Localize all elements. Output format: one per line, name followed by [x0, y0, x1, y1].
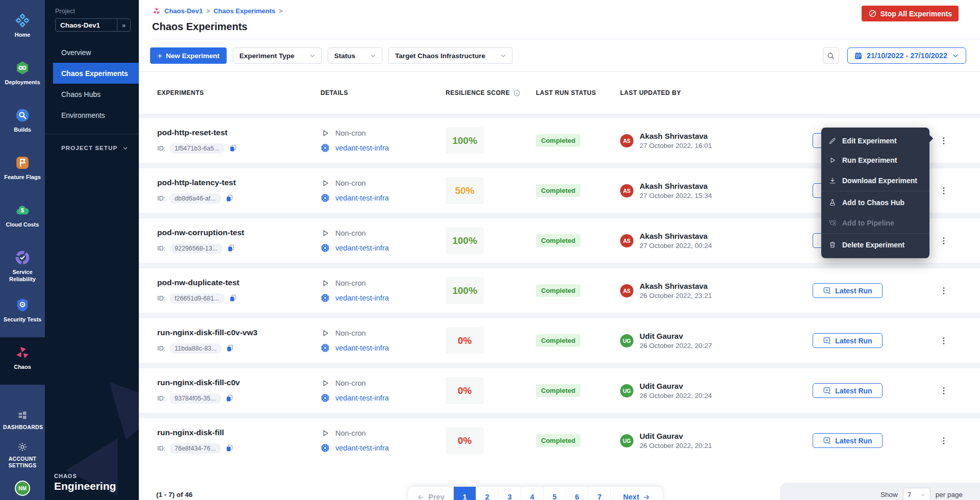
status-cell: Completed — [536, 384, 620, 397]
page-button[interactable]: 1 — [453, 487, 476, 500]
play-outline-icon — [321, 179, 330, 188]
page-button[interactable]: 7 — [588, 487, 610, 500]
breadcrumb-experiments-link[interactable]: Chaos Experiments — [213, 7, 275, 15]
user-name: Udit Gaurav — [640, 432, 712, 440]
rail-item[interactable]: Builds — [0, 100, 45, 147]
sidebar-nav-item[interactable]: Chaos Experiments — [53, 63, 139, 84]
rail-item[interactable]: $ Cloud Costs — [0, 195, 45, 242]
menu-item[interactable]: Download Experiment — [821, 170, 929, 191]
latest-run-button[interactable]: Latest Run — [813, 283, 883, 298]
infrastructure-link[interactable]: vedant-test-infra — [335, 444, 389, 452]
infrastructure-link[interactable]: vedant-test-infra — [335, 344, 389, 352]
latest-run-button[interactable]: Latest Run — [813, 433, 883, 448]
experiment-name[interactable]: run-nginx-disk-fill-c0v — [157, 378, 321, 387]
rail-item[interactable]: Home — [0, 5, 45, 53]
breadcrumb-project-link[interactable]: Chaos-Dev1 — [164, 7, 203, 15]
header-divider — [152, 39, 980, 39]
infrastructure-link[interactable]: vedant-test-infra — [335, 244, 389, 252]
filter-dropdown[interactable]: Status — [328, 47, 382, 64]
row-menu-button[interactable] — [937, 434, 950, 447]
avatar: UG — [620, 384, 633, 397]
row-menu-button[interactable] — [937, 334, 950, 347]
plus-icon: + — [157, 52, 162, 60]
sidebar-nav-item[interactable]: Chaos Hubs — [45, 84, 139, 105]
details-cell: Non-cron vedant-test-infra — [321, 329, 446, 353]
row-menu-button[interactable] — [937, 234, 950, 247]
info-icon[interactable] — [513, 89, 521, 97]
menu-item[interactable]: Edit Experiment — [821, 131, 929, 151]
rail-item[interactable]: Feature Flags — [0, 147, 45, 195]
page-button[interactable]: 6 — [566, 487, 588, 500]
experiment-cell: pod-nw-corruption-test ID: 92296568-13..… — [157, 228, 321, 254]
experiment-name[interactable]: run-nginx-disk-fill — [157, 428, 321, 437]
date-range-picker[interactable]: 21/10/2022 - 27/10/2022 — [847, 47, 966, 64]
rail-bottom-item[interactable]: ACCOUNT SETTINGS — [0, 435, 45, 473]
avatar: UG — [620, 434, 633, 447]
rail-bottom-item[interactable]: DASHBOARDS — [0, 404, 45, 435]
chevron-down-icon — [370, 52, 377, 59]
page-button[interactable]: 4 — [521, 487, 543, 500]
latest-run-button[interactable]: Latest Run — [813, 383, 883, 398]
rail-item[interactable]: Deployments — [0, 53, 45, 100]
experiment-name[interactable]: pod-http-latency-test — [157, 178, 321, 187]
brand: CHAOS Engineering — [54, 473, 116, 492]
copy-icon[interactable] — [229, 294, 237, 303]
infrastructure-link[interactable]: vedant-test-infra — [335, 194, 389, 202]
menu-item[interactable]: Run Experiment — [821, 151, 929, 170]
run-preview-icon — [823, 336, 831, 345]
pencil-icon — [828, 137, 837, 145]
sidebar-nav-item[interactable]: Environments — [45, 105, 139, 126]
rail-item[interactable]: Security Tests — [0, 290, 45, 337]
menu-item[interactable]: Add to Chaos Hub — [821, 193, 929, 212]
search-button[interactable] — [823, 47, 839, 64]
page-button[interactable]: 5 — [543, 487, 566, 500]
filter-dropdown[interactable]: Target Chaos Infrastructure — [388, 47, 512, 64]
experiment-id: 11bda88c-83... — [169, 343, 222, 354]
copy-icon[interactable] — [229, 144, 237, 153]
updated-by-cell: UG Udit Gaurav 26 October 2022, 20:21 — [620, 432, 813, 449]
row-menu-button[interactable] — [937, 184, 950, 197]
run-preview-icon — [823, 286, 831, 295]
project-selector[interactable]: Chaos-Dev1 » — [55, 18, 131, 32]
experiment-name[interactable]: pod-nw-duplicate-test — [157, 278, 321, 287]
user-avatar[interactable]: NM — [15, 481, 30, 496]
copy-icon[interactable] — [225, 194, 234, 203]
row-menu-button[interactable] — [937, 134, 950, 147]
prev-page-button[interactable]: Prev — [408, 487, 453, 500]
experiment-name[interactable]: run-nginx-disk-fill-c0v-vw3 — [157, 328, 321, 337]
row-menu-button[interactable] — [937, 284, 950, 297]
resilience-score: 0% — [446, 377, 484, 404]
infrastructure-link[interactable]: vedant-test-infra — [335, 144, 389, 152]
sidebar-nav-item[interactable]: Overview — [45, 42, 139, 63]
experiment-name[interactable]: pod-http-reset-test — [157, 128, 321, 137]
copy-icon[interactable] — [225, 394, 234, 403]
menu-item[interactable]: Delete Experiment — [821, 235, 929, 255]
action-cell: Latest Run — [813, 333, 937, 348]
stop-all-experiments-button[interactable]: Stop All Experiments — [862, 6, 959, 21]
new-experiment-button[interactable]: + New Experiment — [150, 47, 227, 64]
page-size-select[interactable]: 7 — [903, 488, 930, 500]
experiment-id-row: ID: 92296568-13... — [157, 243, 321, 254]
page-button[interactable]: 2 — [476, 487, 498, 500]
next-page-button[interactable]: Next — [610, 487, 663, 500]
page-title: Chaos Experiments — [152, 21, 980, 33]
project-setup-toggle[interactable]: PROJECT SETUP — [45, 140, 139, 156]
page-button[interactable]: 3 — [498, 487, 521, 500]
infrastructure-link[interactable]: vedant-test-infra — [335, 394, 389, 402]
project-expand-icon[interactable]: » — [117, 19, 130, 31]
download-icon — [828, 177, 837, 185]
rail-item[interactable]: Service Reliability — [0, 242, 45, 290]
copy-icon[interactable] — [225, 444, 234, 453]
infrastructure-link[interactable]: vedant-test-infra — [335, 294, 389, 302]
row-menu-button[interactable] — [937, 384, 950, 397]
experiment-name[interactable]: pod-nw-corruption-test — [157, 228, 321, 237]
copy-icon[interactable] — [226, 344, 234, 353]
rail-item[interactable]: Chaos — [0, 337, 45, 385]
latest-run-button[interactable]: Latest Run — [813, 333, 883, 348]
toolbar: + New Experiment Experiment Type Status … — [139, 39, 980, 64]
filter-dropdown[interactable]: Experiment Type — [233, 47, 322, 64]
kebab-icon — [939, 436, 949, 446]
copy-icon[interactable] — [227, 244, 235, 253]
menu-item[interactable]: Add to Pipeline — [821, 212, 929, 234]
status-cell: Completed — [536, 434, 620, 447]
